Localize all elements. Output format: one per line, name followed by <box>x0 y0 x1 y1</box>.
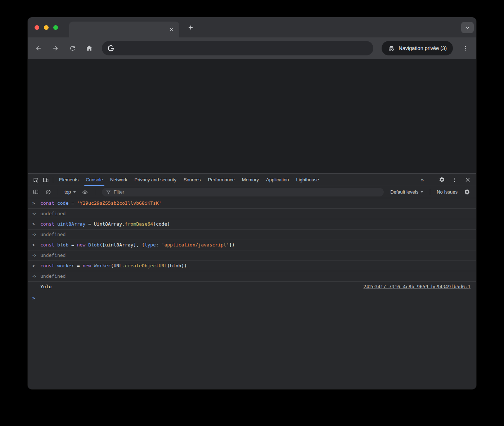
devtools-tab-privacy-and-security[interactable]: Privacy and security <box>131 174 180 186</box>
desktop-background: Navigation privée (3) <box>0 0 504 426</box>
address-input[interactable] <box>118 45 368 51</box>
console-log-text: Yolo <box>40 284 51 290</box>
console-input-marker: > <box>32 221 35 227</box>
console-result-row: <·undefined <box>28 250 476 261</box>
tab-strip <box>28 17 476 37</box>
devtools-tab-console[interactable]: Console <box>82 174 107 186</box>
console-filter[interactable] <box>102 188 384 196</box>
tab-search-chevron-button[interactable] <box>461 22 474 33</box>
browser-menu-icon[interactable] <box>459 42 472 55</box>
browser-tab[interactable] <box>69 22 179 37</box>
console-result-row: <·undefined <box>28 209 476 219</box>
chevron-down-icon <box>73 191 76 193</box>
console-result-marker: <· <box>32 273 36 280</box>
tab-close-icon[interactable] <box>168 26 175 33</box>
divider <box>53 177 53 183</box>
console-input-text: const blob = new Blob([uint8Array], {typ… <box>40 242 235 248</box>
console-input-text: const worker = new Worker(URL.createObje… <box>40 263 187 268</box>
forward-icon[interactable] <box>49 42 62 55</box>
filter-input[interactable] <box>114 189 380 195</box>
divider <box>95 189 95 195</box>
issues-counter[interactable]: No Issues <box>435 189 459 195</box>
console-input-text: const uint8Array = Uint8Array.fromBase64… <box>40 221 170 227</box>
devtools-tab-sources[interactable]: Sources <box>180 174 204 186</box>
console-sidebar-icon[interactable] <box>31 187 41 197</box>
devtools-tab-elements[interactable]: Elements <box>55 174 82 186</box>
google-logo-icon <box>107 45 114 52</box>
devtools-close-icon[interactable] <box>463 175 473 185</box>
devtools-tab-lighthouse[interactable]: Lighthouse <box>293 174 323 186</box>
console-input-row: >const code = 'Y29uc29sZS5sb2coIllvbG8iK… <box>28 198 476 209</box>
console-source-link[interactable]: 242e3417-7316-4c8b-9659-bc94349fb5d6:1 <box>356 284 471 290</box>
incognito-badge[interactable]: Navigation privée (3) <box>382 41 453 55</box>
address-bar[interactable] <box>102 41 373 55</box>
incognito-label: Navigation privée (3) <box>399 45 447 51</box>
console-result-text: undefined <box>40 273 66 279</box>
console-input-marker: > <box>32 200 35 207</box>
console-result-marker: <· <box>32 231 36 238</box>
console-input-marker: > <box>32 263 35 269</box>
devtools-tab-bar: ElementsConsoleNetworkPrivacy and securi… <box>28 174 476 186</box>
console-result-row: <·undefined <box>28 230 476 240</box>
console-input-row: >const blob = new Blob([uint8Array], {ty… <box>28 240 476 250</box>
console-input-text: const code = 'Y29uc29sZS5sb2coIllvbG8iKT… <box>40 200 162 206</box>
log-levels-label: Default levels <box>390 189 418 195</box>
browser-window: Navigation privée (3) <box>28 17 476 389</box>
traffic-light-maximize[interactable] <box>53 25 58 30</box>
devtools-tabbar-actions: » <box>417 175 473 185</box>
console-prompt-row[interactable]: > <box>28 292 476 297</box>
devtools-tabs: ElementsConsoleNetworkPrivacy and securi… <box>55 174 323 186</box>
console-log-row: Yolo242e3417-7316-4c8b-9659-bc94349fb5d6… <box>28 282 476 292</box>
devtools-settings-icon[interactable] <box>437 175 447 185</box>
more-tabs-icon[interactable]: » <box>417 175 427 185</box>
devtools-tab-network[interactable]: Network <box>107 174 131 186</box>
console-input-marker: > <box>32 242 35 248</box>
issues-label: No Issues <box>437 189 458 195</box>
devtools-tab-memory[interactable]: Memory <box>238 174 262 186</box>
divider <box>430 189 430 195</box>
console-settings-icon[interactable] <box>462 187 472 197</box>
traffic-lights <box>35 25 58 30</box>
new-tab-button[interactable] <box>184 21 197 34</box>
console-input-row: >const uint8Array = Uint8Array.fromBase6… <box>28 219 476 230</box>
context-selector[interactable]: top <box>63 189 77 195</box>
divider <box>58 189 58 195</box>
device-toolbar-icon[interactable] <box>41 175 51 185</box>
context-selector-label: top <box>64 189 71 195</box>
devtools-panel: ElementsConsoleNetworkPrivacy and securi… <box>28 173 476 389</box>
back-icon[interactable] <box>32 42 45 55</box>
chevron-down-icon <box>420 191 423 193</box>
traffic-light-close[interactable] <box>35 25 39 30</box>
log-levels-dropdown[interactable]: Default levels <box>388 189 425 195</box>
console-prompt-marker: > <box>32 295 35 302</box>
page-content <box>28 59 476 173</box>
filter-funnel-icon <box>106 190 111 195</box>
browser-toolbar: Navigation privée (3) <box>28 37 476 59</box>
devtools-tab-performance[interactable]: Performance <box>204 174 238 186</box>
incognito-icon <box>388 45 395 52</box>
clear-console-icon[interactable] <box>43 187 53 197</box>
live-expression-eye-icon[interactable] <box>80 187 90 197</box>
home-icon[interactable] <box>83 42 96 55</box>
devtools-tab-application[interactable]: Application <box>262 174 293 186</box>
console-result-text: undefined <box>40 253 66 258</box>
traffic-light-minimize[interactable] <box>44 25 49 30</box>
reload-icon[interactable] <box>66 42 79 55</box>
console-toolbar: top <box>28 186 476 198</box>
console-result-row: <·undefined <box>28 271 476 282</box>
console-result-marker: <· <box>32 210 36 217</box>
inspect-element-icon[interactable] <box>31 175 41 185</box>
console-input-row: >const worker = new Worker(URL.createObj… <box>28 261 476 271</box>
console-result-marker: <· <box>32 252 36 259</box>
console-result-text: undefined <box>40 232 66 237</box>
console-result-text: undefined <box>40 211 66 216</box>
console-messages: >const code = 'Y29uc29sZS5sb2coIllvbG8iK… <box>28 198 476 297</box>
devtools-menu-icon[interactable] <box>450 175 460 185</box>
